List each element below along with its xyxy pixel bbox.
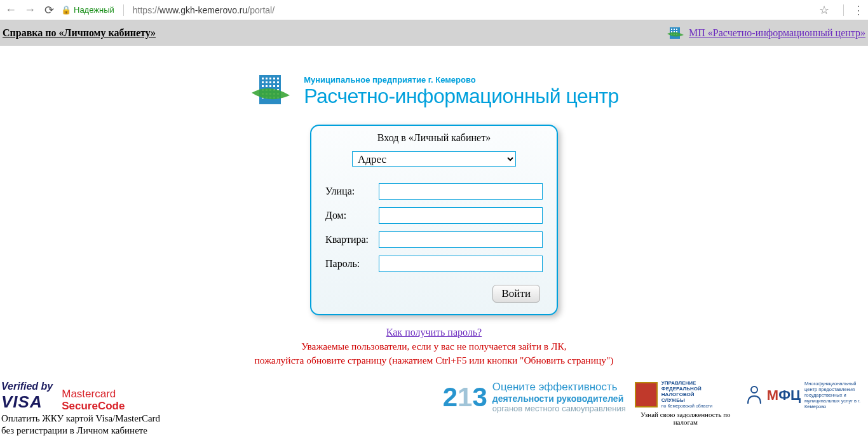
visa-mc-logos[interactable]: Verified by VISA Mastercard SecureCode (1, 381, 160, 412)
logo-subtitle: Муниципальное предприятие г. Кемерово (304, 75, 619, 85)
password-label: Пароль: (325, 258, 379, 270)
svg-rect-23 (269, 85, 271, 87)
svg-rect-6 (676, 31, 677, 32)
secure-badge: 🔒 Надежный (61, 5, 114, 15)
tax-block[interactable]: УПРАВЛЕНИЕ ФЕДЕРАЛЬНОЙ НАЛОГОВОЙ СЛУЖБЫ … (635, 381, 736, 426)
mfc-text: Многофункциональный центр предоставления… (804, 381, 863, 409)
password-input[interactable] (379, 256, 543, 272)
street-label: Улица: (325, 186, 379, 197)
url-bar[interactable]: https://www.gkh-kemerovo.ru/portal/ (133, 5, 814, 15)
secure-label: Надежный (74, 5, 114, 15)
svg-rect-20 (277, 81, 279, 83)
back-icon[interactable]: ← (4, 3, 18, 17)
footer: Verified by VISA Mastercard SecureCode О… (0, 367, 868, 438)
main-content: Муниципальное предприятие г. Кемерово Ра… (0, 46, 868, 367)
apartment-label: Квартира: (325, 234, 379, 245)
pay-text-1: Оплатить ЖКУ картой Visa/MasterCard (1, 413, 160, 424)
login-title: Вход в «Личный кабинет» (311, 126, 557, 151)
login-button[interactable]: Войти (492, 285, 540, 303)
under-panel: Как получить пароль? Уважаемые пользоват… (0, 327, 868, 367)
reload-icon[interactable]: ⟳ (42, 3, 56, 17)
warning-text: Уважаемые пользователи, если у вас не по… (0, 339, 868, 367)
tax-label: УПРАВЛЕНИЕ ФЕДЕРАЛЬНОЙ НАЛОГОВОЙ СЛУЖБЫ … (661, 381, 712, 408)
svg-rect-12 (266, 78, 268, 79)
bookmark-icon[interactable]: ☆ (819, 3, 829, 17)
svg-point-41 (751, 387, 757, 393)
svg-rect-16 (262, 81, 264, 83)
svg-rect-21 (262, 85, 264, 87)
svg-rect-25 (277, 85, 279, 87)
building-icon (666, 25, 686, 41)
mp-link[interactable]: МП «Расчетно-информационный центр» (666, 25, 865, 41)
svg-rect-19 (273, 81, 275, 83)
p213-block[interactable]: 213 Оцените эффективность деятельности р… (443, 381, 626, 413)
svg-rect-18 (269, 81, 271, 83)
mastercard-logo: Mastercard SecureCode (62, 388, 125, 412)
svg-rect-15 (277, 78, 279, 79)
svg-rect-24 (273, 85, 275, 87)
tax-caption: Узнай свою задолженность по налогам (635, 411, 736, 426)
browser-chrome: ← → ⟳ 🔒 Надежный https://www.gkh-kemerov… (0, 0, 868, 20)
mfc-block[interactable]: МФЦ Многофункциональный центр предоставл… (745, 381, 863, 409)
svg-rect-13 (269, 78, 271, 79)
building-logo-icon (249, 71, 294, 112)
pay-text-2: без регистрации в Личном кабинете (1, 425, 160, 436)
footer-left: Verified by VISA Mastercard SecureCode О… (1, 381, 160, 436)
visa-logo: Verified by VISA (1, 381, 53, 412)
menu-icon[interactable]: ⋮ (853, 3, 864, 17)
header-bar: Справка по «Личному кабинету» МП «Расчет… (0, 20, 868, 46)
login-panel: Вход в «Личный кабинет» Адрес Улица: Дом… (310, 125, 558, 315)
svg-rect-14 (273, 78, 275, 79)
logo-text: Муниципальное предприятие г. Кемерово Ра… (304, 75, 619, 108)
mfc-person-icon (745, 385, 763, 406)
lock-icon: 🔒 (61, 5, 71, 15)
tax-emblem-icon (635, 382, 658, 407)
house-input[interactable] (379, 207, 543, 224)
svg-rect-2 (674, 29, 675, 30)
svg-rect-22 (266, 85, 268, 87)
url-separator (123, 4, 124, 16)
help-link[interactable]: Справка по «Личному кабинету» (3, 27, 156, 39)
logo-row: Муниципальное предприятие г. Кемерово Ра… (249, 71, 619, 112)
svg-rect-3 (676, 29, 677, 30)
mfc-logo: МФЦ (767, 387, 801, 404)
svg-rect-1 (671, 29, 672, 30)
street-input[interactable] (379, 183, 543, 200)
separator (843, 4, 844, 16)
p213-text: Оцените эффективность деятельности руков… (492, 381, 626, 413)
login-mode-select[interactable]: Адрес (352, 151, 516, 167)
forward-icon[interactable]: → (23, 3, 37, 17)
svg-rect-11 (262, 78, 264, 79)
get-password-link[interactable]: Как получить пароль? (386, 327, 482, 338)
footer-right: 213 Оцените эффективность деятельности р… (443, 381, 863, 426)
p213-number: 213 (443, 382, 487, 413)
house-label: Дом: (325, 210, 379, 221)
apartment-input[interactable] (379, 231, 543, 248)
logo-title: Расчетно-информационный центр (304, 85, 619, 108)
svg-rect-17 (266, 81, 268, 83)
